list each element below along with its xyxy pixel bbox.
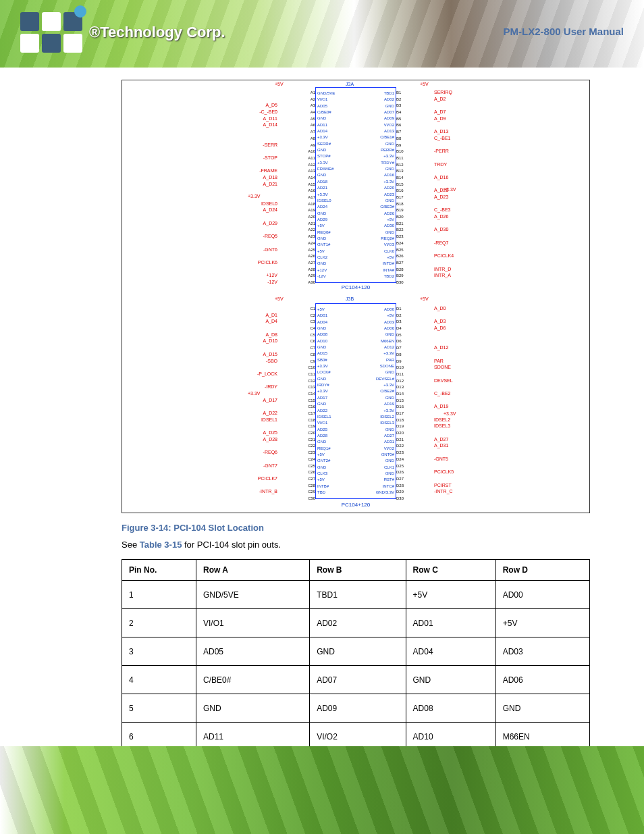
table-row: 1GND/5VETBD1+5VAD00 bbox=[122, 581, 590, 609]
table-header: Row D bbox=[495, 560, 589, 581]
brand-text: ®Technology Corp. bbox=[89, 24, 225, 41]
logo: ®Technology Corp. bbox=[20, 12, 225, 53]
top-inner-left: GND/5VEVI/O1AD05C/BE0#GNDAD11AD14+3.3VSE… bbox=[317, 90, 335, 280]
schematic-figure: GND/5VEVI/O1AD05C/BE0#GNDAD11AD14+3.3VSE… bbox=[122, 80, 590, 513]
table-intro: See Table 3-15 for PCI-104 slot pin outs… bbox=[122, 540, 590, 550]
table-row: 5GNDAD09AD08GND bbox=[122, 694, 590, 723]
table-header: Row B bbox=[310, 560, 406, 581]
top-inner-right: TBD1AD02GNDAD07AD09VI/O2AD13C/BE1#GNDPER… bbox=[380, 90, 394, 280]
top-banner: ®Technology Corp. PM-LX2-800 User Manual bbox=[0, 0, 644, 68]
table-row: 2VI/O1AD02AD01+5V bbox=[122, 609, 590, 637]
bottom-banner bbox=[0, 746, 644, 834]
table-row: 4C/BE0#AD07GNDAD06 bbox=[122, 666, 590, 694]
table-header: Row C bbox=[406, 560, 495, 581]
product-title: PM-LX2-800 User Manual bbox=[504, 26, 624, 37]
table-header: Pin No. bbox=[122, 560, 196, 581]
table-header: Row A bbox=[196, 560, 310, 581]
table-row: 3AD05GNDAD04AD03 bbox=[122, 637, 590, 666]
figure-caption: Figure 3-14: PCI-104 Slot Location bbox=[122, 523, 590, 533]
